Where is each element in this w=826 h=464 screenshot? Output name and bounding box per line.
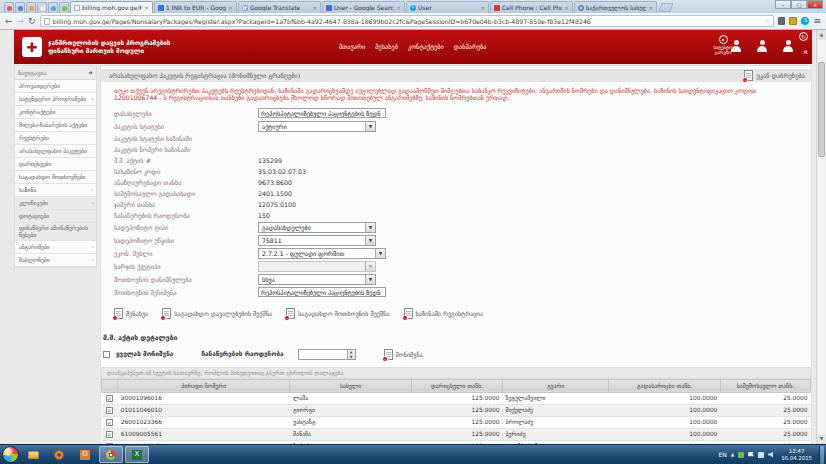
minimize-button[interactable]: – [775, 0, 791, 9]
new-tab-button[interactable] [659, 3, 674, 12]
network-icon[interactable] [758, 452, 764, 458]
column-header-tax[interactable]: საშემოსავლო თანხ. [720, 379, 810, 392]
spin-up-icon[interactable]: ▲ [350, 350, 353, 354]
address-bar[interactable]: billing.moh.gov.ge/Pages/NonsalaryPackag… [40, 15, 775, 27]
language-indicator[interactable]: EN [718, 451, 726, 458]
tab-close-icon[interactable]: × [564, 4, 569, 11]
maximize-button[interactable]: □ [791, 0, 807, 9]
tab-georgian-site[interactable]: საქართველოს სახელმწ × [574, 1, 657, 13]
register-in-treasury-button[interactable]: - ხაზინაში რეგისტრაცია [404, 308, 484, 319]
select-all-checkbox[interactable] [103, 351, 110, 358]
row-checkbox[interactable] [106, 395, 113, 402]
show-desktop-button[interactable] [819, 446, 824, 464]
forward-icon[interactable]: → [17, 17, 25, 26]
clock[interactable]: 12:47 16.04.2015 [781, 448, 812, 461]
econ-article-select[interactable]: 2.7.2.1 - ფულადი ფორმით▼ [258, 248, 386, 259]
pinned-tab[interactable] [59, 2, 69, 13]
deposit-sheet-select[interactable]: 75811▼ [258, 235, 376, 246]
create-payment-request-button[interactable]: - საგადახდო მოთხოვნის შექმნა [286, 308, 390, 319]
sidebar-item-templates[interactable]: შაბლონები› [15, 254, 96, 267]
extension-icon[interactable] [789, 17, 797, 25]
records-count-stepper[interactable]: ▲▼ [298, 349, 356, 360]
sidebar-item-accruals[interactable]: დარიცხვები [15, 158, 96, 171]
go-back-button[interactable]: - უკან დაბრუნება [744, 70, 805, 81]
tab-user[interactable]: User × [406, 1, 489, 13]
tab-currency[interactable]: 1 INR to EUR - Google Se × [154, 1, 237, 13]
column-header-pid[interactable]: პირადი ნომერი [118, 379, 290, 392]
tab-cellphone[interactable]: Cell Phone : Cell Phones : × [490, 1, 573, 13]
scroll-down-icon[interactable]: ▼ [817, 434, 826, 444]
sidebar-item-providers[interactable]: პროვაიდერები [15, 80, 96, 93]
scrollbar-thumb[interactable] [818, 62, 825, 157]
taskbar-excel[interactable] [125, 446, 149, 463]
column-header-accrued[interactable]: დარიცხული თანხ. [411, 379, 502, 392]
request-note-input[interactable] [258, 287, 386, 297]
package-status-select[interactable]: აქტიური▼ [258, 121, 376, 132]
nav-about[interactable]: შესახებ [375, 43, 398, 50]
nav-contacts[interactable]: კონტაქტები [408, 43, 444, 50]
tab-close-icon[interactable]: × [648, 4, 653, 11]
sidebar-item-tender-programs[interactable]: სატენდერო პროგრამები› [15, 93, 96, 106]
spin-down-icon[interactable]: ▼ [350, 355, 353, 359]
sidebar-item-payment-requests[interactable]: საგადახდო მოთხოვნები [15, 171, 96, 184]
page-scrollbar[interactable]: ▲ ▼ [816, 30, 826, 444]
skype-extension-icon[interactable] [801, 17, 809, 25]
column-header-name[interactable]: სახელი [290, 379, 412, 392]
nav-home[interactable]: მთავარი [339, 43, 365, 50]
pinned-tab[interactable] [15, 2, 25, 13]
collapse-sidebar-icon[interactable]: « [88, 69, 93, 77]
action-center-flag-icon[interactable] [748, 452, 754, 458]
account-icon[interactable] [782, 40, 794, 52]
sidebar-item-contracts[interactable]: კონტრაქტები [15, 106, 96, 119]
request-purpose-select[interactable]: სხვა▼ [258, 274, 376, 285]
collapse-header-icon[interactable]: « [802, 50, 810, 55]
create-payment-orders-button[interactable]: - საგადახდო დავალებების შექმნა [162, 308, 272, 319]
volume-icon[interactable] [768, 452, 774, 458]
users-icon[interactable] [756, 40, 768, 52]
row-checkbox[interactable] [106, 431, 113, 438]
chrome-menu-icon[interactable]: ≡ [813, 17, 821, 26]
tab-billing[interactable]: billing.moh.gov.ge/Page: × [70, 1, 153, 13]
sidebar-item-reports[interactable]: ანგარიშები› [15, 241, 96, 254]
row-checkbox[interactable] [106, 407, 113, 414]
url-text[interactable]: billing.moh.gov.ge/Pages/NonsalaryPackag… [53, 18, 762, 25]
spinner-arrows-icon[interactable]: ▲▼ [347, 350, 355, 359]
tab-translate[interactable]: Google Translate × [238, 1, 321, 13]
taskbar-firefox[interactable] [47, 446, 71, 463]
taskbar-chrome[interactable] [99, 446, 123, 463]
sidebar-item-clinics[interactable]: კლინიკები› [15, 197, 96, 210]
name-input[interactable] [258, 108, 386, 118]
deposit-type-select[interactable]: გადასახდელები▼ [258, 222, 376, 233]
tab-close-icon[interactable]: × [396, 4, 401, 11]
taskbar-explorer[interactable] [21, 446, 45, 463]
tab-close-icon[interactable]: × [144, 4, 149, 11]
mark-button[interactable]: - მონიშვნა [384, 349, 423, 360]
refresh-icon[interactable]: ↻ [799, 32, 808, 41]
start-button[interactable] [2, 446, 19, 463]
reload-icon[interactable]: ↻ [28, 17, 36, 26]
taskbar-outlook[interactable] [73, 446, 97, 463]
sidebar-item-nonsalary-packages[interactable]: არასახელფასო პაკეტები [15, 145, 96, 158]
extension-icon[interactable] [778, 17, 785, 25]
sidebar-item-subsidies[interactable]: დოტაციები [15, 210, 96, 223]
bookmark-star-icon[interactable]: ☆ [764, 17, 770, 25]
tab-search[interactable]: User - Google Search × [322, 1, 405, 13]
sidebar-item-acceptance-acts[interactable]: მიღება-ჩაბარების აქტები [15, 119, 96, 132]
pinned-tab[interactable] [37, 2, 47, 13]
tab-close-icon[interactable]: × [312, 4, 317, 11]
close-button[interactable]: × [807, 0, 823, 9]
tab-close-icon[interactable]: × [228, 4, 233, 11]
sidebar-item-statement-rules[interactable]: ფინანსური ამონაწერების წესები [15, 223, 96, 241]
pinned-tab[interactable] [48, 2, 58, 13]
save-button[interactable]: - შენახვა [114, 308, 148, 319]
sidebar-item-treasury[interactable]: ხაზინა› [15, 184, 96, 197]
user-icon[interactable] [730, 40, 742, 52]
tray-expand-icon[interactable]: ▲ [731, 452, 734, 457]
column-header-transfer[interactable]: გადასარიცხი თანხ. [609, 379, 720, 392]
back-icon[interactable]: ← [5, 17, 13, 26]
nav-help[interactable]: დახმარება [454, 43, 487, 50]
row-checkbox[interactable] [106, 419, 113, 426]
column-header-surname[interactable]: გვარი [503, 379, 609, 392]
pinned-tab[interactable] [4, 2, 14, 13]
sidebar-item-registries[interactable]: რეესტრები [15, 132, 96, 145]
